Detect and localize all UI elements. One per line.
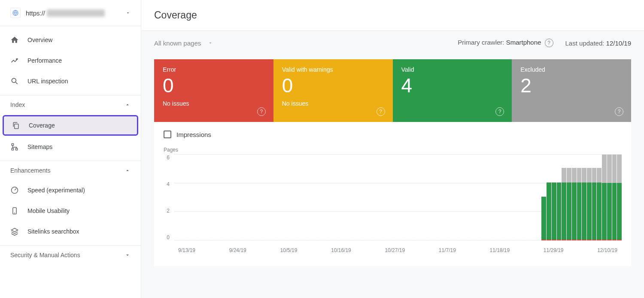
plot-area: 9/13/199/24/1910/5/1910/16/1910/27/1911/… [174,155,622,253]
card-value: 2 [520,74,623,97]
sidebar-item-url-inspection[interactable]: URL inspection [0,71,141,91]
card-label: Valid with warnings [282,66,384,73]
page-title: Coverage [154,9,631,21]
status-cards: Error 0 No issues ? Valid with warnings … [154,59,631,122]
sidebar-item-performance[interactable]: Performance [0,50,141,71]
card-label: Error [163,66,265,73]
bars [174,155,622,240]
status-card-valid[interactable]: Valid 4 ? [393,59,512,122]
card-label: Excluded [520,66,623,73]
nav-label: Mobile Usability [27,207,70,214]
impressions-label: Impressions [176,131,211,138]
nav-section-main: Overview Performance URL inspection [0,26,141,91]
sitemap-icon [10,143,19,151]
trend-icon [10,56,19,65]
checkbox-icon[interactable] [164,131,171,138]
property-selector[interactable]: https://xxxxxxxxxxxxxxxx… [0,0,141,26]
sidebar-section-index[interactable]: Index [0,95,141,114]
help-icon[interactable]: ? [495,107,504,116]
sidebar-item-coverage[interactable]: Coverage [3,115,138,136]
chevron-down-icon [125,252,131,258]
chevron-down-icon [125,10,131,15]
help-icon[interactable]: ? [257,107,266,116]
toolbar: All known pages Primary crawler: Smartph… [141,31,644,59]
gauge-icon [10,186,19,195]
phone-icon [10,207,19,215]
toolbar-meta: Primary crawler: Smartphone ? Last updat… [458,39,631,47]
card-label: Valid [401,66,504,73]
filter-dropdown[interactable]: All known pages [154,40,213,47]
nav-label: Speed (experimental) [27,187,85,194]
svg-rect-3 [12,144,13,146]
nav-label: Coverage [29,122,55,129]
sidebar-item-sitelinks[interactable]: Sitelinks searchbox [0,221,141,242]
chart: 6420 9/13/199/24/1910/5/1910/16/1910/27/… [164,155,622,253]
svg-rect-5 [16,148,18,150]
sidebar: https://xxxxxxxxxxxxxxxx… Overview Perfo… [0,0,141,298]
chevron-up-icon [125,167,131,173]
help-icon[interactable]: ? [615,107,623,116]
card-value: 0 [163,74,265,97]
page-header: Coverage [141,0,644,31]
sidebar-section-security[interactable]: Security & Manual Actions [0,245,141,265]
help-icon[interactable]: ? [545,39,553,47]
sidebar-section-enhancements[interactable]: Enhancements [0,161,141,180]
chevron-up-icon [125,102,131,108]
primary-crawler: Primary crawler: Smartphone ? [458,39,553,47]
chart-section: Impressions Pages 6420 9/13/199/24/1910/… [154,122,631,266]
sidebar-item-speed[interactable]: Speed (experimental) [0,180,141,201]
sidebar-item-mobile-usability[interactable]: Mobile Usability [0,201,141,221]
status-card-warning[interactable]: Valid with warnings 0 No issues ? [273,59,393,122]
layers-icon [10,227,19,236]
home-icon [10,36,19,44]
copy-icon [12,121,20,130]
globe-icon [10,8,21,18]
svg-rect-4 [12,148,13,150]
status-card-error[interactable]: Error 0 No issues ? [154,59,273,122]
main-content: Coverage All known pages Primary crawler… [141,0,644,298]
chevron-down-icon [208,40,213,46]
svg-point-1 [12,78,16,82]
y-axis: 6420 [164,155,174,240]
nav-label: Sitelinks searchbox [27,228,79,235]
nav-label: Performance [27,57,62,64]
help-icon[interactable]: ? [377,107,385,116]
last-updated: Last updated: 12/10/19 [565,40,631,47]
nav-label: Overview [27,36,52,43]
card-value: 0 [282,74,384,97]
status-card-excluded[interactable]: Excluded 2 ? [512,59,631,122]
nav-label: URL inspection [27,78,68,85]
impressions-toggle[interactable]: Impressions [164,131,622,138]
sidebar-item-overview[interactable]: Overview [0,30,141,50]
svg-rect-2 [15,124,18,129]
property-url: https://xxxxxxxxxxxxxxxx… [26,9,120,17]
x-axis: 9/13/199/24/1910/5/1910/16/1910/27/1911/… [174,247,622,253]
sidebar-item-sitemaps[interactable]: Sitemaps [0,137,141,157]
nav-label: Sitemaps [27,143,52,150]
card-sublabel: No issues [282,100,384,107]
card-sublabel: No issues [163,100,265,107]
card-value: 4 [401,74,504,97]
search-icon [10,77,19,85]
chart-ylabel: Pages [164,147,622,153]
content-area: Error 0 No issues ? Valid with warnings … [141,59,644,298]
